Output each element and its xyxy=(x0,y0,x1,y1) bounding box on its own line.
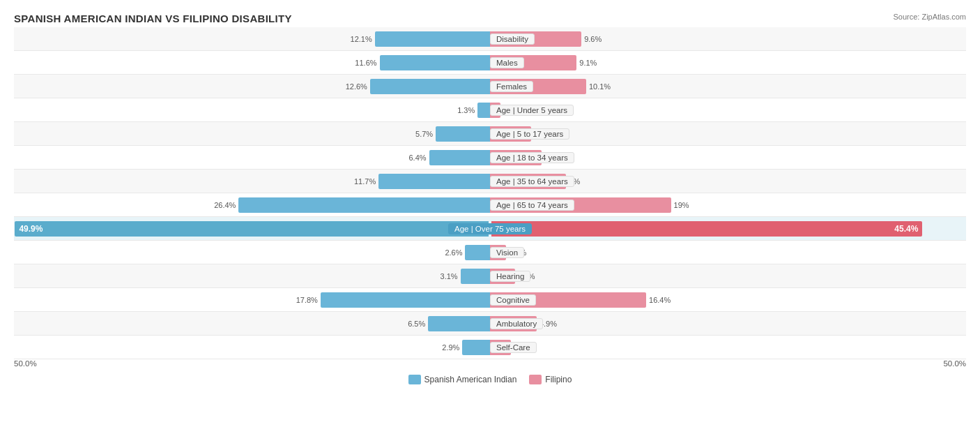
center-area: Age | 35 to 64 years xyxy=(490,176,574,187)
legend-blue: Spanish American Indian xyxy=(408,375,517,384)
bar-row: 5.7% Age | 5 to 17 years 4.3% xyxy=(14,122,966,146)
left-value: 17.8% xyxy=(296,296,318,304)
bar-inner: 11.6% Males 9.1% xyxy=(14,51,966,75)
left-value: 6.5% xyxy=(408,320,425,328)
right-value: 16.4% xyxy=(649,296,671,304)
left-section: 12.1% xyxy=(351,27,490,51)
left-value: 2.6% xyxy=(445,248,462,257)
left-value: 11.6% xyxy=(355,59,376,67)
chart-title: SPANISH AMERICAN INDIAN VS FILIPINO DISA… xyxy=(14,13,292,24)
center-area: Males xyxy=(490,57,524,68)
left-section: 11.6% xyxy=(355,51,490,75)
center-label: Self-Care xyxy=(490,342,537,353)
bar-inner: 26.4% Age | 65 to 74 years 19% xyxy=(14,193,966,217)
legend-pink-label: Filipino xyxy=(545,375,572,384)
bar-row: 3.1% Hearing 2.6% xyxy=(14,264,966,288)
blue-bar xyxy=(378,174,490,189)
blue-bar xyxy=(428,316,490,331)
legend-row: Spanish American Indian Filipino xyxy=(14,370,966,384)
center-area: Hearing xyxy=(490,271,530,282)
center-label: Age | 18 to 34 years xyxy=(490,152,574,163)
axis-right: 50.0% xyxy=(943,359,966,368)
left-section: 26.4% xyxy=(214,193,490,217)
bar-row: 17.8% Cognitive 16.4% xyxy=(14,288,966,312)
chart-container: SPANISH AMERICAN INDIAN VS FILIPINO DISA… xyxy=(0,0,980,391)
blue-bar xyxy=(380,55,490,70)
legend-blue-swatch xyxy=(408,375,421,384)
center-label: Vision xyxy=(490,247,524,258)
right-value: 45.4% xyxy=(894,224,918,234)
left-section: 11.7% xyxy=(354,170,490,193)
bar-inner: 1.3% Age | Under 5 years 1.1% xyxy=(14,98,966,122)
bar-inner: 6.5% Ambulatory 4.9% xyxy=(14,312,966,336)
center-area: Age | 18 to 34 years xyxy=(490,152,574,163)
center-label: Age | 35 to 64 years xyxy=(490,176,574,187)
center-area: Cognitive xyxy=(490,294,536,306)
bar-chart: 12.1% Disability 9.6% 11.6% Males xyxy=(14,27,966,359)
bar-inner: 3.1% Hearing 2.6% xyxy=(14,264,966,288)
center-label: Disability xyxy=(490,33,535,45)
left-section: 3.1% xyxy=(441,264,490,288)
bar-row: 26.4% Age | 65 to 74 years 19% xyxy=(14,193,966,217)
center-area: Vision xyxy=(490,247,524,258)
left-value: 12.6% xyxy=(346,82,367,91)
center-area: Age | 5 to 17 years xyxy=(490,128,569,140)
left-section: 2.9% xyxy=(442,336,490,359)
right-value: 9.6% xyxy=(584,35,602,43)
left-value: 26.4% xyxy=(214,201,236,209)
left-value: 49.9% xyxy=(19,224,43,234)
center-label: Age | 5 to 17 years xyxy=(490,128,569,140)
center-area: Age | 65 to 74 years xyxy=(490,200,574,211)
bar-inner: 11.7% Age | 35 to 64 years 8% xyxy=(14,170,966,193)
bar-row: 11.7% Age | 35 to 64 years 8% xyxy=(14,170,966,193)
center-label: Females xyxy=(490,81,533,92)
left-value: 6.4% xyxy=(409,153,427,162)
left-value: 2.9% xyxy=(442,343,459,352)
bar-inner: 5.7% Age | 5 to 17 years 4.3% xyxy=(14,122,966,146)
bar-row: 2.6% Vision 1.7% xyxy=(14,241,966,264)
bar-row: 12.1% Disability 9.6% xyxy=(14,27,966,51)
bar-row: 6.5% Ambulatory 4.9% xyxy=(14,312,966,336)
center-label: Cognitive xyxy=(490,294,536,306)
center-label: Age | Under 5 years xyxy=(490,105,574,116)
blue-bar xyxy=(370,79,490,94)
blue-bar xyxy=(429,150,490,165)
blue-bar xyxy=(375,31,490,47)
bar-row: 2.9% Self-Care 2.2% xyxy=(14,336,966,359)
blue-bar xyxy=(477,103,490,118)
bar-row: 1.3% Age | Under 5 years 1.1% xyxy=(14,98,966,122)
left-section: 17.8% xyxy=(296,288,490,312)
bar-inner: 17.8% Cognitive 16.4% xyxy=(14,288,966,312)
bar-inner: 2.6% Vision 1.7% xyxy=(14,241,966,264)
legend-blue-label: Spanish American Indian xyxy=(424,375,517,384)
center-area: Age | Over 75 years xyxy=(448,223,532,234)
left-value: 5.7% xyxy=(415,130,433,138)
left-section: 1.3% xyxy=(457,98,490,122)
legend-pink-swatch xyxy=(529,375,542,384)
source-line: Source: ZipAtlas.com xyxy=(893,13,966,21)
blue-bar xyxy=(238,197,490,213)
center-area: Self-Care xyxy=(490,342,537,353)
bar-row: 49.9% Age | Over 75 years 45.4% xyxy=(14,217,966,241)
axis-left: 50.0% xyxy=(14,359,37,368)
right-value: 9.1% xyxy=(579,59,597,67)
bar-inner: 12.6% Females 10.1% xyxy=(14,75,966,98)
left-section: 12.6% xyxy=(346,75,490,98)
center-area: Females xyxy=(490,81,533,92)
left-value: 1.3% xyxy=(457,106,475,114)
left-value: 12.1% xyxy=(351,35,372,43)
left-section: 6.5% xyxy=(408,312,490,336)
blue-bar xyxy=(461,269,490,284)
pink-bar: 45.4% xyxy=(491,221,922,237)
center-label: Males xyxy=(490,57,524,68)
bar-inner: 2.9% Self-Care 2.2% xyxy=(14,336,966,359)
bar-inner: 12.1% Disability 9.6% xyxy=(14,27,966,51)
center-area: Age | Under 5 years xyxy=(490,105,574,116)
axis-labels: 50.0% 50.0% xyxy=(14,359,966,369)
blue-bar xyxy=(436,126,490,142)
legend-items: Spanish American Indian Filipino xyxy=(408,375,572,384)
left-value: 11.7% xyxy=(354,177,376,186)
center-label: Age | 65 to 74 years xyxy=(490,200,574,211)
center-area: Ambulatory xyxy=(490,318,543,329)
bar-row: 6.4% Age | 18 to 34 years 5.4% xyxy=(14,146,966,170)
